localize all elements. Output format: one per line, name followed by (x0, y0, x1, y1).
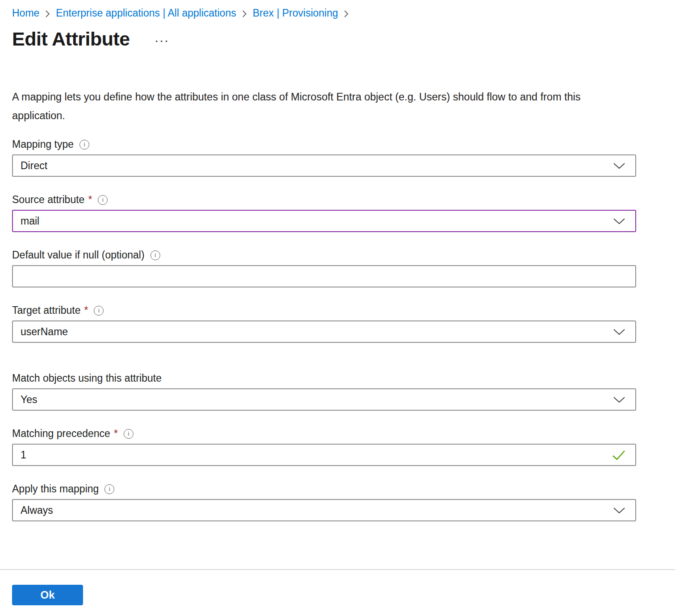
apply-mapping-value: Always (21, 504, 613, 516)
info-icon[interactable]: i (104, 484, 114, 494)
breadcrumb: Home Enterprise applications | All appli… (0, 0, 675, 19)
field-match-objects: Match objects using this attribute Yes (12, 372, 636, 411)
matching-precedence-label: Matching precedence (12, 428, 110, 440)
field-default-value: Default value if null (optional) i (12, 249, 636, 287)
required-asterisk: * (88, 194, 92, 206)
field-apply-mapping: Apply this mapping i Always (12, 483, 636, 521)
info-icon[interactable]: i (79, 140, 89, 150)
chevron-down-icon (613, 329, 625, 335)
valid-check-icon (612, 450, 625, 460)
field-source-attribute: Source attribute * i mail (12, 194, 636, 232)
chevron-down-icon (613, 396, 625, 403)
match-objects-value: Yes (21, 394, 613, 406)
page-header: Edit Attribute ··· (0, 28, 675, 50)
chevron-down-icon (613, 162, 625, 169)
mapping-type-value: Direct (21, 160, 613, 172)
breadcrumb-item-home[interactable]: Home (12, 7, 39, 19)
target-attribute-label: Target attribute (12, 304, 80, 316)
info-icon[interactable]: i (98, 195, 108, 205)
target-attribute-dropdown[interactable]: userName (12, 320, 636, 343)
chevron-right-icon (242, 10, 247, 18)
matching-precedence-input[interactable] (21, 449, 612, 461)
source-attribute-value: mail (21, 215, 613, 227)
context-menu-button[interactable]: ··· (155, 36, 170, 46)
form-footer: Ok (0, 569, 675, 605)
mapping-type-dropdown[interactable]: Direct (12, 154, 636, 177)
source-attribute-dropdown[interactable]: mail (12, 210, 636, 232)
source-attribute-label: Source attribute (12, 194, 84, 206)
info-icon[interactable]: i (94, 306, 104, 316)
default-value-label: Default value if null (optional) (12, 249, 145, 261)
match-objects-dropdown[interactable]: Yes (12, 388, 636, 411)
target-attribute-value: userName (21, 326, 613, 338)
default-value-inputbox (12, 265, 636, 287)
chevron-down-icon (613, 218, 625, 225)
required-asterisk: * (114, 428, 118, 440)
chevron-down-icon (613, 507, 625, 514)
breadcrumb-item-enterprise-applications[interactable]: Enterprise applications | All applicatio… (56, 7, 236, 19)
mapping-type-label: Mapping type (12, 138, 74, 150)
chevron-right-icon (45, 10, 50, 18)
field-mapping-type: Mapping type i Direct (12, 138, 636, 177)
apply-mapping-label: Apply this mapping (12, 483, 99, 495)
ok-button[interactable]: Ok (12, 585, 83, 605)
edit-attribute-form: Mapping type i Direct Source attribute *… (12, 138, 636, 521)
page-title: Edit Attribute (12, 28, 130, 50)
info-icon[interactable]: i (150, 250, 160, 260)
apply-mapping-dropdown[interactable]: Always (12, 499, 636, 521)
field-matching-precedence: Matching precedence * i (12, 428, 636, 466)
field-target-attribute: Target attribute * i userName (12, 304, 636, 343)
breadcrumb-item-brex-provisioning[interactable]: Brex | Provisioning (253, 7, 338, 19)
default-value-input[interactable] (21, 271, 625, 283)
info-icon[interactable]: i (124, 429, 133, 439)
matching-precedence-inputbox (12, 444, 636, 466)
required-asterisk: * (84, 304, 88, 316)
mapping-description: A mapping lets you define how the attrib… (12, 87, 636, 125)
chevron-right-icon (344, 10, 349, 18)
match-objects-label: Match objects using this attribute (12, 372, 162, 384)
